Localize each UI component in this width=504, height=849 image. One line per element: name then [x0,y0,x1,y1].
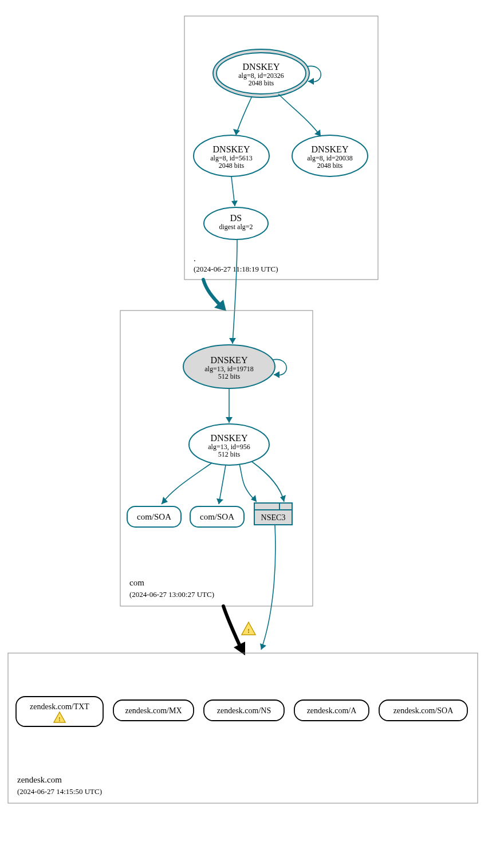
zone-leaf-timestamp: (2024-06-27 14:15:50 UTC) [17,787,102,796]
root-zsk2: DNSKEY alg=8, id=20038 2048 bits [292,135,368,176]
svg-text:DNSKEY: DNSKEY [211,433,248,443]
svg-text:digest alg=2: digest alg=2 [219,223,253,231]
svg-marker-31 [226,417,233,423]
svg-text:zendesk.com/A: zendesk.com/A [307,706,357,715]
svg-text:2048 bits: 2048 bits [219,162,245,170]
leaf-rr-txt: zendesk.com/TXT ! [16,697,103,726]
edge-zsk-soa2 [219,465,226,504]
svg-marker-14 [233,129,240,135]
svg-text:DNSKEY: DNSKEY [312,144,349,154]
warning-icon: ! [242,622,255,635]
zone-leaf-label: zendesk.com [17,775,62,784]
svg-text:com/SOA: com/SOA [200,512,234,521]
svg-text:!: ! [58,716,60,722]
edge-root-to-com-zone [203,280,221,306]
leaf-rr-ns: zendesk.com/NS [204,700,284,721]
edge-ds-to-com-ksk [233,239,237,344]
svg-text:alg=13, id=956: alg=13, id=956 [208,443,250,451]
svg-text:512 bits: 512 bits [218,450,241,458]
edge-ksk-zsk2 [278,94,321,136]
zone-root-timestamp: (2024-06-27 11:18:19 UTC) [194,265,278,273]
svg-marker-21 [229,338,236,344]
svg-text:NSEC3: NSEC3 [261,513,286,522]
svg-text:DNSKEY: DNSKEY [213,144,250,154]
zone-com-timestamp: (2024-06-27 13:00:27 UTC) [129,590,214,599]
svg-marker-15 [314,129,321,136]
svg-text:alg=8, id=5613: alg=8, id=5613 [210,154,253,162]
svg-marker-41 [280,495,286,502]
svg-text:zendesk.com/TXT: zendesk.com/TXT [30,702,89,711]
edge-com-to-leaf-zone [223,606,241,647]
leaf-rr-soa: zendesk.com/SOA [379,700,467,721]
leaf-rr-mx: zendesk.com/MX [113,700,194,721]
edge-ksk-zsk1 [236,96,252,135]
leaf-rr-a: zendesk.com/A [294,700,369,721]
dnssec-diagram: . (2024-06-27 11:18:19 UTC) DNSKEY alg=8… [0,0,504,849]
root-ksk: DNSKEY alg=8, id=20326 2048 bits [213,49,309,97]
svg-text:DS: DS [230,213,242,223]
zone-root-label: . [194,254,196,263]
svg-text:DNSKEY: DNSKEY [211,355,248,365]
edge-zsk-soa1 [162,463,212,504]
zone-leaf-box [8,653,478,803]
root-zsk1: DNSKEY alg=8, id=5613 2048 bits [194,135,269,176]
root-ds: DS digest alg=2 [204,207,268,239]
edge-nsec-to-leaf [261,525,275,650]
edge-zsk-nsec-a [239,464,257,502]
svg-text:com/SOA: com/SOA [137,512,171,521]
svg-marker-40 [251,495,257,502]
svg-text:DNSKEY: DNSKEY [243,62,280,72]
svg-marker-5 [308,78,314,85]
com-ksk: DNSKEY alg=13, id=19718 512 bits [183,345,275,388]
svg-text:512 bits: 512 bits [218,372,241,380]
svg-text:zendesk.com/NS: zendesk.com/NS [217,706,271,715]
svg-marker-26 [274,371,279,378]
svg-text:zendesk.com/MX: zendesk.com/MX [125,706,182,715]
svg-text:alg=8, id=20326: alg=8, id=20326 [238,72,284,80]
edge-zsk-nsec-b [252,462,284,502]
svg-text:!: ! [247,627,250,634]
svg-marker-39 [216,498,223,504]
svg-text:2048 bits: 2048 bits [317,162,343,170]
zone-com-label: com [129,578,144,587]
svg-text:2048 bits: 2048 bits [249,79,274,87]
com-nsec3: NSEC3 [254,503,292,525]
svg-marker-19 [231,201,238,206]
svg-text:alg=8, id=20038: alg=8, id=20038 [307,154,353,162]
svg-text:alg=13, id=19718: alg=13, id=19718 [204,365,254,373]
svg-text:zendesk.com/SOA: zendesk.com/SOA [393,706,454,715]
com-zsk: DNSKEY alg=13, id=956 512 bits [189,424,269,465]
